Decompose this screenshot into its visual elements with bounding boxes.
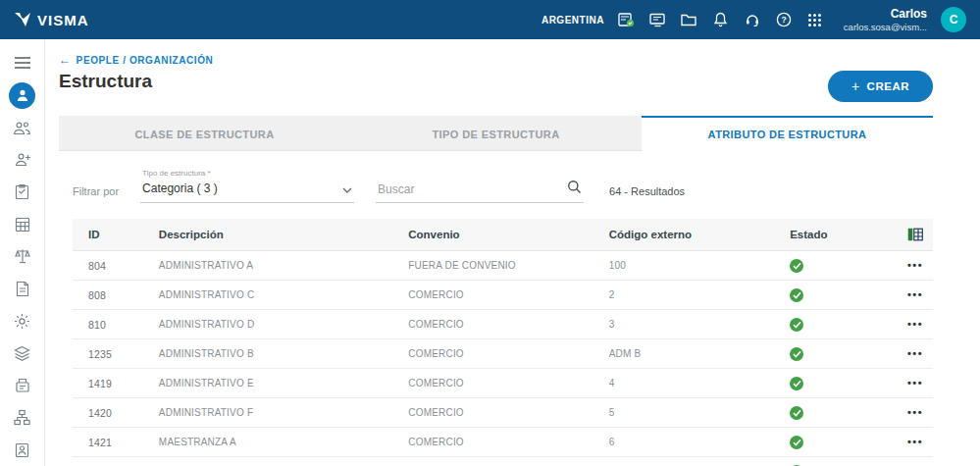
table-row[interactable]: 1422 MAESTRANZA B COMERCIO 7 ••• [73,457,933,466]
breadcrumb-label: PEOPLE / ORGANIZACIÓN [77,55,214,66]
sidebar-item-team[interactable] [0,112,45,144]
cell-codigo-externo: 100 [601,251,782,281]
cell-id: 810 [73,310,151,339]
sidebar-item-employees[interactable] [0,79,45,112]
cell-id: 1422 [73,457,151,466]
table-row[interactable]: 1235 ADMINISTRATIVO B COMERCIO ADM B ••• [73,339,933,369]
cell-estado [782,339,890,369]
select-value: Categoria ( 3 ) [142,181,218,195]
notifications-icon[interactable] [712,11,730,28]
user-email: carlos.sosa@vism... [844,22,927,33]
cell-descripcion: ADMINISTRATIVO E [151,369,400,398]
cell-convenio: COMERCIO [400,281,600,310]
table-row[interactable]: 804 ADMINISTRATIVO A FUERA DE CONVENIO 1… [73,251,933,281]
filter-label: Filtrar por [73,185,119,203]
sidebar-item-documents[interactable] [0,273,45,305]
cell-descripcion: ADMINISTRATIVO C [151,281,400,310]
results-count: 64 - Resultados [609,185,685,203]
cell-descripcion: ADMINISTRATIVO B [151,339,400,369]
back-arrow-icon[interactable]: ← [59,53,72,67]
sidebar-item-attendance[interactable] [0,176,45,208]
select-label: Tipo de estructura * [142,169,352,178]
create-button[interactable]: + CREAR [828,71,933,102]
sidebar-item-settings[interactable] [0,305,45,337]
status-active-check-icon [790,318,803,332]
cell-estado [782,369,890,398]
cell-codigo-externo: 5 [601,398,782,428]
cell-codigo-externo: 2 [601,281,782,310]
user-menu[interactable]: Carlos carlos.sosa@vism... [844,7,927,33]
status-active-check-icon [790,436,803,449]
messages-icon[interactable] [649,11,667,28]
topbar: VISMA ARGENTINA ? Carlos carlos.sosa@vis… [0,0,980,39]
cell-id: 1421 [73,428,151,457]
table-row[interactable]: 808 ADMINISTRATIVO C COMERCIO 2 ••• [73,281,933,310]
payslips-icon[interactable] [618,11,636,28]
plus-icon: + [851,79,860,93]
export-excel-icon[interactable] [907,228,923,241]
cell-estado [782,398,890,428]
status-active-check-icon [790,288,803,302]
sidebar-item-payroll[interactable] [0,208,45,240]
cell-convenio: COMERCIO [400,457,600,466]
structure-table: ID Descripción Convenio Código externo E… [73,219,933,466]
table-row[interactable]: 810 ADMINISTRATIVO D COMERCIO 3 ••• [73,310,933,339]
help-icon[interactable]: ? [775,11,793,28]
cell-convenio: COMERCIO [400,339,600,369]
table-row[interactable]: 1421 MAESTRANZA A COMERCIO 6 ••• [73,428,933,457]
tab-atributo-de-estructura[interactable]: ATRIBUTO DE ESTRUCTURA [642,116,933,151]
row-actions-menu[interactable]: ••• [907,317,923,332]
table-row[interactable]: 1420 ADMINISTRATIVO F COMERCIO 5 ••• [73,398,933,428]
sidebar-item-organization[interactable] [0,401,45,434]
cell-descripcion: ADMINISTRATIVO D [151,310,400,339]
folder-icon[interactable] [681,11,698,28]
row-actions-menu[interactable]: ••• [907,287,923,302]
sidebar-item-person-add[interactable] [0,144,45,177]
cell-id: 804 [73,251,151,281]
visma-logo[interactable]: VISMA [14,12,89,28]
cell-descripcion: MAESTRANZA A [151,428,400,457]
row-actions-menu[interactable]: ••• [907,435,923,449]
status-active-check-icon [790,406,803,420]
filter-bar: Filtrar por Tipo de estructura * Categor… [73,169,933,203]
tab-tipo-de-estructura[interactable]: TIPO DE ESTRUCTURA [350,116,642,151]
cell-estado [782,251,890,281]
header-estado: Estado [782,219,890,251]
country-selector[interactable]: ARGENTINA [542,15,604,26]
cell-convenio: COMERCIO [400,428,600,457]
cell-descripcion: ADMINISTRATIVO F [151,398,400,428]
sidebar-item-employee-file[interactable] [0,434,45,466]
table-row[interactable]: 1419 ADMINISTRATIVO E COMERCIO 4 ••• [73,369,933,398]
table-header-row: ID Descripción Convenio Código externo E… [73,219,933,251]
sidebar-item-layers[interactable] [0,337,45,370]
user-name: Carlos [844,7,927,22]
row-actions-menu[interactable]: ••• [907,376,923,390]
header-descripcion: Descripción [151,219,400,251]
cell-estado [782,457,890,466]
breadcrumb[interactable]: ← PEOPLE / ORGANIZACIÓN [59,53,933,67]
cell-codigo-externo: 7 [601,457,782,466]
sidebar-item-finance[interactable] [0,240,45,273]
row-actions-menu[interactable]: ••• [907,258,923,273]
support-icon[interactable] [744,11,761,28]
cell-convenio: FUERA DE CONVENIO [400,251,600,281]
cell-convenio: COMERCIO [400,369,600,398]
apps-grid-icon[interactable] [806,11,824,28]
status-active-check-icon [790,377,803,390]
row-actions-menu[interactable]: ••• [907,346,923,361]
avatar[interactable]: C [941,7,966,32]
sidebar-item-reports[interactable] [0,369,45,401]
structure-type-select[interactable]: Tipo de estructura * Categoria ( 3 ) [140,169,354,203]
cell-descripcion: MAESTRANZA B [151,457,400,466]
employees-icon [9,82,35,109]
main-content: ← PEOPLE / ORGANIZACIÓN Estructura + CRE… [45,39,980,466]
search-icon[interactable] [567,180,582,198]
tabs: CLASE DE ESTRUCTURA TIPO DE ESTRUCTURA A… [59,116,933,151]
search-input[interactable] [378,182,567,196]
header-id: ID [73,219,151,251]
header-codigo-externo: Código externo [601,219,782,251]
row-actions-menu[interactable]: ••• [907,405,923,420]
menu-icon[interactable] [0,47,45,79]
tab-clase-de-estructura[interactable]: CLASE DE ESTRUCTURA [59,116,350,151]
cell-codigo-externo: 3 [601,310,782,339]
